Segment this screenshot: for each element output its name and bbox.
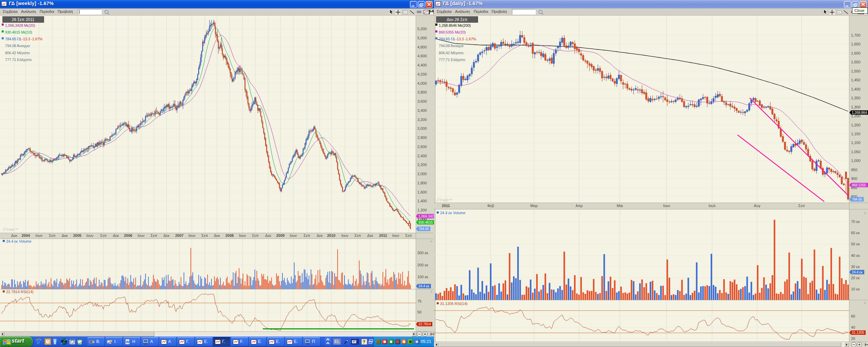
svg-text:20 εκ: 20 εκ xyxy=(851,276,860,280)
svg-text:1,000: 1,000 xyxy=(851,159,861,163)
svg-text:70 εκ: 70 εκ xyxy=(851,220,860,224)
svg-text:Δεκ: Δεκ xyxy=(11,233,17,238)
svg-text:3,200: 3,200 xyxy=(417,118,427,122)
svg-text:794.08 Άνοιγμα: 794.08 Άνοιγμα xyxy=(439,44,464,48)
svg-text:Ιουν: Ιουν xyxy=(663,204,670,208)
svg-text:Δευ 26 Σεπ: Δευ 26 Σεπ xyxy=(447,17,468,22)
svg-text:Σεπ: Σεπ xyxy=(100,233,107,238)
svg-text:950: 950 xyxy=(851,168,857,172)
svg-text:24.4 εκ Volume: 24.4 εκ Volume xyxy=(6,239,32,243)
svg-text:W: W xyxy=(126,340,130,344)
svg-text:5,200: 5,200 xyxy=(417,27,427,31)
svg-text:Ιουν: Ιουν xyxy=(36,233,43,238)
svg-text:2006: 2006 xyxy=(124,233,132,238)
svg-text:1,150: 1,150 xyxy=(851,132,861,136)
svg-text:1,550: 1,550 xyxy=(851,60,861,64)
svg-text:10 εκ: 10 εκ xyxy=(851,287,860,291)
svg-text:1,200: 1,200 xyxy=(851,123,861,127)
svg-text:1,650: 1,650 xyxy=(851,42,861,46)
svg-text:1,050: 1,050 xyxy=(851,150,861,154)
svg-text:Δεκ: Δεκ xyxy=(214,233,220,238)
svg-text:100 εκ: 100 εκ xyxy=(417,275,428,279)
svg-text:22.7814: 22.7814 xyxy=(418,322,431,326)
svg-text:1,268.864: 1,268.864 xyxy=(852,110,867,115)
svg-text:31.1205: 31.1205 xyxy=(852,330,864,334)
svg-text:784.65: 784.65 xyxy=(418,227,429,231)
svg-text:1,268.8646 Με(200): 1,268.8646 Με(200) xyxy=(439,23,471,27)
svg-text:806.42 Μέγιστο: 806.42 Μέγιστο xyxy=(439,51,463,55)
svg-text:Δεκ: Δεκ xyxy=(163,233,170,238)
svg-text:200 εκ: 200 εκ xyxy=(417,263,428,267)
svg-text:3,400: 3,400 xyxy=(417,108,427,113)
svg-text:24.4 εκ Volume: 24.4 εκ Volume xyxy=(440,211,466,215)
svg-text:2005: 2005 xyxy=(73,233,81,238)
svg-text:Ιουλ: Ιουλ xyxy=(709,204,716,208)
svg-text:868.5355 Με(20): 868.5355 Με(20) xyxy=(439,30,466,34)
svg-text:1,066.3428 Με(20): 1,066.3428 Με(20) xyxy=(5,23,35,27)
svg-text:2,800: 2,800 xyxy=(417,136,427,140)
svg-text:1,066.342: 1,066.342 xyxy=(418,214,434,218)
svg-text:ΖTrade™: ΖTrade™ xyxy=(437,198,452,202)
svg-text:Απρ: Απρ xyxy=(575,204,583,208)
svg-text:784.65 ΓΔ -13.3 -1.67%: 784.65 ΓΔ -13.3 -1.67% xyxy=(5,37,43,41)
svg-text:806.42 Μέγιστο: 806.42 Μέγιστο xyxy=(5,51,30,55)
svg-text:×: × xyxy=(430,239,432,243)
svg-text:Μαι: Μαι xyxy=(617,204,623,208)
svg-text:×: × xyxy=(864,211,866,215)
svg-text:20: 20 xyxy=(851,336,855,341)
svg-text:2,400: 2,400 xyxy=(417,154,427,158)
svg-text:900: 900 xyxy=(851,177,857,181)
svg-text:1,400: 1,400 xyxy=(417,199,427,203)
svg-text:1,300: 1,300 xyxy=(851,105,861,109)
svg-text:24.4 εκ: 24.4 εκ xyxy=(418,284,430,288)
svg-text:2007: 2007 xyxy=(175,233,183,238)
svg-text:1,200: 1,200 xyxy=(417,208,427,212)
svg-text:784.65: 784.65 xyxy=(852,197,862,201)
svg-text:22.7814 RSI(14): 22.7814 RSI(14) xyxy=(6,290,34,294)
svg-text:60 εκ: 60 εκ xyxy=(851,231,860,235)
svg-text:2,000: 2,000 xyxy=(417,172,427,176)
svg-text:5,000: 5,000 xyxy=(417,36,427,40)
svg-text:794.08 Άνοιγμα: 794.08 Άνοιγμα xyxy=(5,44,30,48)
svg-text:2011: 2011 xyxy=(379,233,387,238)
svg-text:777.71 Ελάχιστο: 777.71 Ελάχιστο xyxy=(5,58,32,62)
svg-text:2010: 2010 xyxy=(327,233,335,238)
svg-text:?: ? xyxy=(363,340,365,344)
svg-text:40 εκ: 40 εκ xyxy=(851,253,860,258)
svg-text:Σεπ: Σεπ xyxy=(49,233,56,238)
svg-text:3,000: 3,000 xyxy=(417,126,427,130)
svg-text:3,800: 3,800 xyxy=(417,90,427,94)
svg-text:31.1205 RSI(14): 31.1205 RSI(14) xyxy=(440,302,468,306)
svg-text:1,500: 1,500 xyxy=(851,69,861,73)
svg-text:2009: 2009 xyxy=(276,233,284,238)
svg-text:930.4615 Με(10): 930.4615 Με(10) xyxy=(5,30,32,34)
svg-text:Ιουν: Ιουν xyxy=(290,233,297,238)
svg-text:4,800: 4,800 xyxy=(417,45,427,49)
svg-text:Δεκ: Δεκ xyxy=(265,233,271,238)
svg-text:Ιουν: Ιουν xyxy=(86,233,94,238)
svg-text:75: 75 xyxy=(417,299,421,303)
svg-text:1,450: 1,450 xyxy=(851,78,861,82)
svg-text:3,600: 3,600 xyxy=(417,99,427,103)
svg-text:Ιουν: Ιουν xyxy=(239,233,246,238)
svg-text:868.5355: 868.5355 xyxy=(852,183,866,187)
svg-text:Ιουν: Ιουν xyxy=(189,233,196,238)
svg-text:30 εκ: 30 εκ xyxy=(851,265,860,269)
svg-text:4,600: 4,600 xyxy=(417,54,427,58)
svg-text:1,100: 1,100 xyxy=(851,141,861,145)
svg-text:Αυγ: Αυγ xyxy=(754,204,761,208)
svg-text:1,700: 1,700 xyxy=(851,33,861,37)
svg-text:4,200: 4,200 xyxy=(417,72,427,76)
svg-text:Σεπ: Σεπ xyxy=(252,233,259,238)
svg-text:Σεπ: Σεπ xyxy=(201,233,208,238)
svg-text:2008: 2008 xyxy=(225,233,234,238)
svg-text:777.71 Ελάχιστο: 777.71 Ελάχιστο xyxy=(439,58,465,62)
svg-text:40: 40 xyxy=(851,325,855,329)
svg-text:50: 50 xyxy=(417,310,421,314)
svg-text:4,400: 4,400 xyxy=(417,63,427,67)
svg-text:2011: 2011 xyxy=(442,204,450,208)
svg-text:2,600: 2,600 xyxy=(417,145,427,149)
svg-text:2004: 2004 xyxy=(22,233,30,238)
svg-text:Σεπ: Σεπ xyxy=(354,233,361,238)
svg-text:Μαρ: Μαρ xyxy=(530,204,538,208)
